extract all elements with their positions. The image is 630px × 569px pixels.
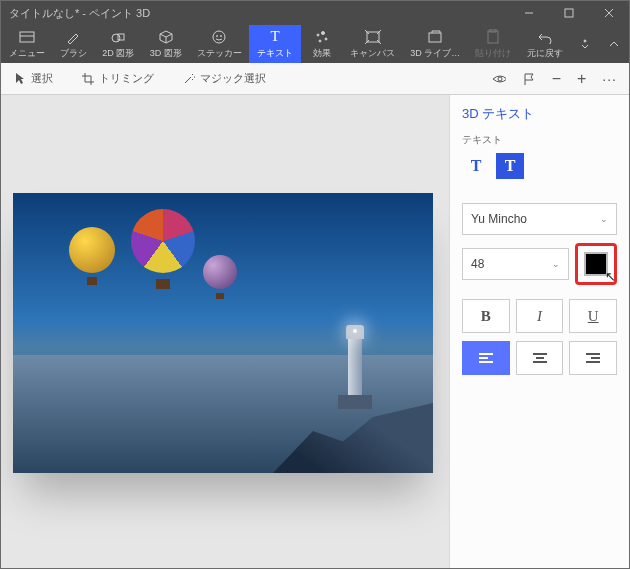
shapes3d-icon (158, 28, 174, 46)
main-area: 3D テキスト テキスト T T Yu Mincho ⌄ 48 ⌄ ↖ (1, 95, 629, 568)
font-value: Yu Mincho (471, 212, 527, 226)
toolbar: 選択 トリミング マジック選択 − + ··· (1, 63, 629, 95)
panel-title: 3D テキスト (462, 105, 617, 123)
shapes2d-label: 2D 図形 (102, 47, 134, 60)
more-icon: ··· (602, 71, 617, 87)
shapes3d-label: 3D 図形 (150, 47, 182, 60)
lib3d-label: 3D ライブ… (410, 47, 460, 60)
view-tool[interactable] (486, 68, 512, 90)
lighthouse (343, 325, 367, 411)
text-panel: 3D テキスト テキスト T T Yu Mincho ⌄ 48 ⌄ ↖ (449, 95, 629, 568)
format-row: B I U (462, 299, 617, 333)
brush-tab[interactable]: ブラシ (52, 25, 94, 63)
crop-icon (81, 72, 95, 86)
paste-icon (486, 28, 500, 46)
text-label: テキスト (257, 47, 293, 60)
crop-tool[interactable]: トリミング (75, 67, 160, 90)
text-3d-button[interactable]: T (496, 153, 524, 179)
magic-icon (182, 72, 196, 86)
undo-icon (537, 28, 553, 46)
eye-icon (492, 72, 506, 86)
svg-rect-21 (488, 31, 498, 43)
canvas-tab[interactable]: キャンバス (343, 25, 403, 63)
lib3d-tab[interactable]: 3D ライブ… (403, 25, 468, 63)
font-size-dropdown[interactable]: 48 ⌄ (462, 248, 569, 280)
titlebar: タイトルなし* - ペイント 3D (1, 1, 629, 25)
brush-icon (65, 28, 81, 46)
zoom-out[interactable]: − (546, 66, 567, 92)
ribbon: メニュー ブラシ 2D 図形 3D 図形 ステッカー T テキスト 効果 キャン (1, 25, 629, 63)
balloon-yellow (69, 227, 115, 287)
balloon-purple (203, 255, 237, 299)
svg-rect-4 (20, 32, 34, 42)
text-mode-group: T T (462, 153, 617, 179)
text-section-label: テキスト (462, 133, 617, 147)
svg-point-9 (217, 35, 218, 36)
crop-label: トリミング (99, 71, 154, 86)
effects-icon (314, 28, 330, 46)
paint3d-window: タイトルなし* - ペイント 3D メニュー ブラシ 2D 図形 3D 図形 ス… (0, 0, 630, 569)
chevron-down-icon: ⌄ (600, 214, 608, 224)
plus-icon: + (577, 70, 586, 88)
svg-point-23 (584, 40, 586, 42)
font-dropdown[interactable]: Yu Mincho ⌄ (462, 203, 617, 235)
text-tab[interactable]: T テキスト (249, 25, 300, 63)
svg-point-24 (498, 77, 502, 81)
ribbon-more[interactable] (570, 25, 599, 63)
window-title: タイトルなし* - ペイント 3D (1, 6, 509, 21)
magic-label: マジック選択 (200, 71, 266, 86)
svg-rect-1 (565, 9, 573, 17)
menu-tab[interactable]: メニュー (1, 25, 52, 63)
maximize-button[interactable] (549, 1, 589, 25)
menu-icon (18, 28, 36, 46)
select-label: 選択 (31, 71, 53, 86)
canvas-image[interactable] (13, 193, 433, 473)
effects-label: 効果 (313, 47, 331, 60)
underline-button[interactable]: U (569, 299, 617, 333)
pointer-icon (13, 72, 27, 86)
shapes3d-tab[interactable]: 3D 図形 (142, 25, 189, 63)
minimize-button[interactable] (509, 1, 549, 25)
sticker-tab[interactable]: ステッカー (189, 25, 249, 63)
svg-point-13 (325, 38, 327, 40)
paste-tab: 貼り付け (468, 25, 519, 63)
paste-label: 貼り付け (475, 47, 511, 60)
align-center-button[interactable] (516, 341, 564, 375)
lib3d-icon (427, 28, 443, 46)
undo-label: 元に戻す (527, 47, 563, 60)
shapes2d-tab[interactable]: 2D 図形 (95, 25, 142, 63)
magic-select-tool[interactable]: マジック選択 (176, 67, 272, 90)
shapes2d-icon (110, 28, 126, 46)
svg-point-12 (321, 31, 324, 34)
svg-rect-20 (429, 33, 441, 42)
mixed-reality-tool[interactable] (516, 68, 542, 90)
select-tool[interactable]: 選択 (7, 67, 59, 90)
text-icon: T (270, 28, 279, 46)
zoom-in[interactable]: + (571, 66, 592, 92)
ribbon-collapse[interactable] (600, 25, 629, 63)
balloon-multicolor (131, 209, 195, 289)
svg-point-10 (221, 35, 222, 36)
toolbar-more[interactable]: ··· (596, 67, 623, 91)
menu-label: メニュー (9, 47, 45, 60)
brush-label: ブラシ (60, 47, 87, 60)
undo-tab[interactable]: 元に戻す (519, 25, 570, 63)
align-left-button[interactable] (462, 341, 510, 375)
italic-button[interactable]: I (516, 299, 564, 333)
text-color-button[interactable]: ↖ (575, 243, 617, 285)
close-button[interactable] (589, 1, 629, 25)
effects-tab[interactable]: 効果 (301, 25, 343, 63)
text-2d-button[interactable]: T (462, 153, 490, 179)
font-size-value: 48 (471, 257, 484, 271)
canvas-icon (365, 28, 381, 46)
align-row (462, 341, 617, 375)
sticker-label: ステッカー (197, 47, 242, 60)
bold-button[interactable]: B (462, 299, 510, 333)
sticker-icon (211, 28, 227, 46)
canvas-area[interactable] (1, 95, 449, 568)
svg-point-14 (319, 40, 321, 42)
svg-point-6 (112, 34, 120, 42)
svg-point-11 (317, 34, 319, 36)
align-right-button[interactable] (569, 341, 617, 375)
chevron-down-icon: ⌄ (552, 259, 560, 269)
